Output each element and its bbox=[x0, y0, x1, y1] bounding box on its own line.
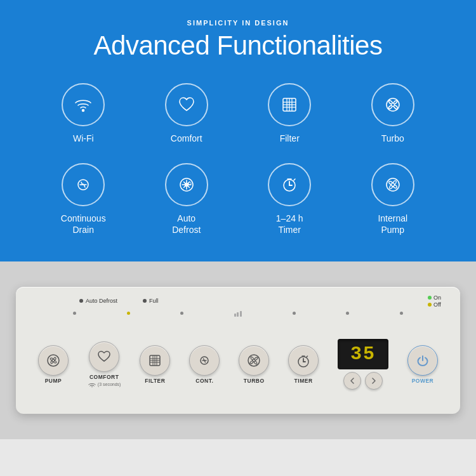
turbo-btn-label: TURBO bbox=[244, 378, 265, 384]
auto-defrost-label: AutoDefrost bbox=[172, 213, 201, 235]
auto-defrost-indicator: Auto Defrost bbox=[79, 298, 117, 304]
defrost-icon-circle bbox=[165, 163, 208, 206]
turbo-button-group: TURBO bbox=[239, 345, 269, 384]
on-label: On bbox=[433, 294, 441, 301]
heart-icon bbox=[176, 94, 197, 116]
indicator-dot-2 bbox=[127, 312, 130, 315]
filter-btn-icon bbox=[147, 352, 163, 369]
pump-label: PUMP bbox=[45, 378, 62, 384]
auto-defrost-indicator-label: Auto Defrost bbox=[86, 298, 117, 304]
filter-label: Filter bbox=[280, 133, 300, 144]
timer-btn-icon bbox=[295, 352, 312, 369]
comfort-button-group: COMFORT (3 seconds) bbox=[88, 341, 121, 387]
nav-left-button[interactable] bbox=[343, 372, 361, 390]
timer-label: 1–24 hTimer bbox=[276, 213, 303, 235]
turbo-btn-icon bbox=[246, 352, 262, 369]
svg-point-18 bbox=[387, 178, 399, 191]
cont-btn-icon bbox=[196, 352, 213, 369]
off-dot bbox=[428, 303, 432, 307]
on-indicator: On bbox=[428, 294, 441, 301]
feature-internal-pump: InternalPump bbox=[345, 163, 442, 235]
wifi-label: Wi-Fi bbox=[73, 133, 94, 144]
feature-timer: 1–24 hTimer bbox=[241, 163, 338, 235]
feature-turbo: Turbo bbox=[345, 83, 442, 144]
power-button[interactable] bbox=[407, 345, 438, 376]
feature-wifi: Wi-Fi bbox=[35, 83, 132, 144]
indicator-dot-1 bbox=[73, 312, 76, 315]
full-indicator-label: Full bbox=[149, 298, 159, 304]
pump-icon-circle bbox=[371, 163, 414, 206]
wifi-sublabel-icon bbox=[88, 382, 96, 387]
device-panel: Auto Defrost Full On Off bbox=[16, 287, 460, 414]
heart-btn-icon bbox=[96, 348, 112, 365]
feature-filter: Filter bbox=[241, 83, 338, 144]
nav-right-button[interactable] bbox=[365, 372, 383, 390]
full-indicator: Full bbox=[143, 298, 159, 304]
filter-icon-circle bbox=[268, 83, 311, 126]
display-value: 35 bbox=[350, 343, 376, 365]
cont-btn-label: CONT. bbox=[195, 378, 213, 384]
filter-btn-label: FILTER bbox=[145, 378, 165, 384]
indicator-dot-4 bbox=[293, 312, 296, 315]
turbo-button[interactable] bbox=[239, 345, 269, 376]
snowflake-icon bbox=[176, 174, 197, 195]
comfort-icon-circle bbox=[165, 83, 208, 126]
power-label: POWER bbox=[412, 378, 434, 384]
svg-point-9 bbox=[391, 103, 394, 107]
features-grid: Wi-Fi Comfort bbox=[35, 83, 441, 236]
wifi-signal-indicator bbox=[234, 310, 242, 317]
indicator-dot-5 bbox=[346, 312, 349, 315]
on-dot bbox=[428, 296, 432, 300]
power-icon bbox=[414, 352, 431, 369]
comfort-btn-sublabel: (3 seconds) bbox=[88, 382, 121, 387]
indicator-row-top: Auto Defrost Full On Off bbox=[29, 294, 447, 308]
comfort-button[interactable] bbox=[89, 341, 119, 372]
on-off-indicators: On Off bbox=[428, 294, 441, 308]
timer-icon bbox=[279, 174, 300, 195]
svg-point-22 bbox=[91, 387, 93, 387]
main-title: Advanced Functionalities bbox=[25, 30, 451, 61]
comfort-btn-label: COMFORT bbox=[89, 374, 119, 380]
internal-pump-label: InternalPump bbox=[378, 213, 407, 235]
continuous-drain-label: ContinuousDrain bbox=[61, 213, 106, 235]
feature-auto-defrost: AutoDefrost bbox=[138, 163, 235, 235]
pump-button[interactable] bbox=[38, 345, 69, 376]
timer-btn-label: TIMER bbox=[294, 378, 313, 384]
filter-grid-icon bbox=[279, 94, 300, 116]
svg-point-31 bbox=[248, 355, 260, 366]
svg-point-20 bbox=[48, 355, 59, 366]
pump-button-group: PUMP bbox=[38, 345, 69, 384]
indicator-dot-6 bbox=[400, 312, 403, 315]
feature-comfort: Comfort bbox=[138, 83, 235, 144]
subtitle: SIMPLICITY IN DESIGN bbox=[25, 19, 451, 27]
top-section: SIMPLICITY IN DESIGN Advanced Functional… bbox=[0, 0, 476, 261]
buttons-row: PUMP COMFORT (3 seconds) bbox=[29, 322, 447, 407]
svg-point-19 bbox=[391, 183, 394, 187]
timer-button-group: TIMER bbox=[288, 345, 319, 384]
timer-button[interactable] bbox=[288, 345, 319, 376]
filter-button[interactable] bbox=[140, 345, 170, 376]
display-area: 35 bbox=[338, 339, 388, 390]
feature-continuous-drain: ContinuousDrain bbox=[35, 163, 132, 235]
full-dot bbox=[143, 299, 147, 303]
nav-buttons bbox=[343, 372, 383, 390]
turbo-label: Turbo bbox=[381, 133, 404, 144]
turbo-fan-icon bbox=[382, 94, 404, 116]
drain-icon bbox=[72, 174, 94, 195]
off-indicator: Off bbox=[428, 301, 441, 308]
wifi-icon-circle bbox=[62, 83, 105, 126]
chevron-left-icon bbox=[348, 377, 356, 385]
wifi-icon bbox=[72, 94, 94, 116]
display-screen: 35 bbox=[338, 339, 388, 369]
auto-defrost-dot bbox=[79, 299, 83, 303]
bottom-section: Auto Defrost Full On Off bbox=[0, 261, 476, 439]
cont-button[interactable] bbox=[189, 345, 220, 376]
dots-row bbox=[29, 310, 447, 317]
turbo-icon-circle bbox=[371, 83, 414, 126]
power-button-group: POWER bbox=[407, 345, 438, 384]
svg-point-0 bbox=[83, 110, 84, 112]
off-label: Off bbox=[433, 301, 441, 308]
cont-button-group: CONT. bbox=[189, 345, 220, 384]
drain-icon-circle bbox=[62, 163, 105, 206]
chevron-right-icon bbox=[370, 377, 378, 385]
